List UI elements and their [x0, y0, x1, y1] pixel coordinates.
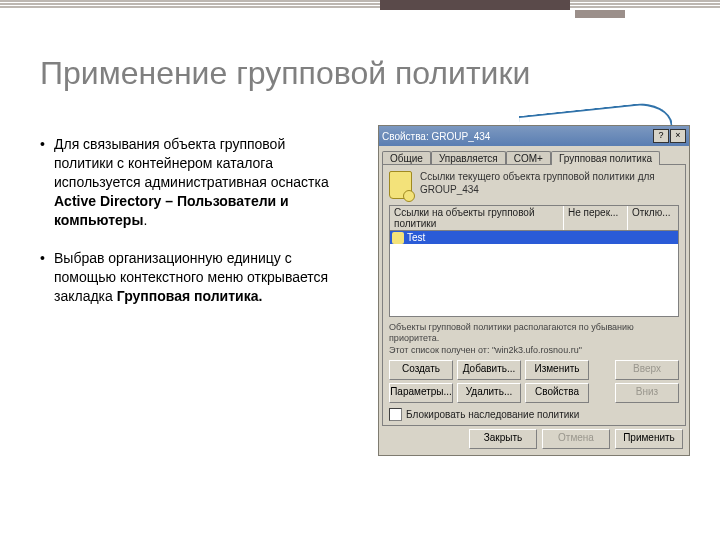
gpo-icon — [389, 171, 412, 199]
button-grid: Создать Добавить... Изменить Вверх — [389, 360, 679, 380]
col-links[interactable]: Ссылки на объекты групповой политики — [390, 206, 564, 230]
dialog-tabs: Общие Управляется COM+ Групповая политик… — [382, 150, 686, 164]
properties-button[interactable]: Свойства — [525, 383, 589, 403]
slide: Применение групповой политики Для связыв… — [0, 0, 720, 540]
bullet-1-post: . — [143, 212, 147, 228]
col-no-override[interactable]: Не перек... — [564, 206, 628, 230]
hint-line-2: Этот список получен от: "win2k3.ufo.rosn… — [389, 345, 582, 355]
slide-body: Для связывания объекта групповой политик… — [40, 135, 340, 326]
col-disabled[interactable]: Отклю... — [628, 206, 678, 230]
edit-button[interactable]: Изменить — [525, 360, 589, 380]
tab-managed-by[interactable]: Управляется — [431, 151, 506, 165]
block-inheritance-row[interactable]: Блокировать наследование политики — [389, 408, 679, 421]
hint-line-1: Объекты групповой политики располагаются… — [389, 322, 634, 343]
block-inheritance-label: Блокировать наследование политики — [406, 409, 579, 420]
slide-title: Применение групповой политики — [40, 55, 530, 92]
block-inheritance-checkbox[interactable] — [389, 408, 402, 421]
add-button[interactable]: Добавить... — [457, 360, 521, 380]
up-button[interactable]: Вверх — [615, 360, 679, 380]
help-button[interactable]: ? — [653, 129, 669, 143]
cancel-button[interactable]: Отмена — [542, 429, 610, 449]
tab-general[interactable]: Общие — [382, 151, 431, 165]
dialog-titlebar[interactable]: Свойства: GROUP_434 ? × — [379, 126, 689, 146]
down-button[interactable]: Вниз — [615, 383, 679, 403]
gpo-list-header: Ссылки на объекты групповой политики Не … — [389, 205, 679, 231]
button-grid-2: Параметры... Удалить... Свойства Вниз — [389, 383, 679, 403]
gpo-list-item[interactable]: Test — [390, 231, 678, 244]
gpo-item-label: Test — [407, 232, 425, 243]
gpo-item-icon — [392, 232, 404, 244]
create-button[interactable]: Создать — [389, 360, 453, 380]
bullet-2-bold: Групповая политика. — [117, 288, 263, 304]
dialog-hint: Объекты групповой политики располагаются… — [389, 322, 679, 356]
close-dialog-button[interactable]: Закрыть — [469, 429, 537, 449]
dialog-description: Ссылки текущего объекта групповой полити… — [420, 171, 679, 196]
bullet-2: Выбрав организационную единицу с помощью… — [40, 249, 340, 306]
tab-group-policy[interactable]: Групповая политика — [551, 151, 660, 165]
delete-button[interactable]: Удалить... — [457, 383, 521, 403]
dialog-body: Ссылки текущего объекта групповой полити… — [382, 164, 686, 426]
close-button[interactable]: × — [670, 129, 686, 143]
options-button[interactable]: Параметры... — [389, 383, 453, 403]
tab-com-plus[interactable]: COM+ — [506, 151, 551, 165]
gpo-list[interactable]: Test — [389, 231, 679, 317]
bullet-1: Для связывания объекта групповой политик… — [40, 135, 340, 229]
dialog-title-text: Свойства: GROUP_434 — [382, 131, 490, 142]
properties-dialog: Свойства: GROUP_434 ? × Общие Управляетс… — [378, 125, 690, 456]
bullet-1-text: Для связывания объекта групповой политик… — [54, 136, 329, 190]
dialog-footer: Закрыть Отмена Применить — [379, 429, 686, 455]
bullet-1-bold: Active Directory – Пользователи и компью… — [54, 193, 289, 228]
apply-button[interactable]: Применить — [615, 429, 683, 449]
decorative-top — [0, 0, 720, 8]
